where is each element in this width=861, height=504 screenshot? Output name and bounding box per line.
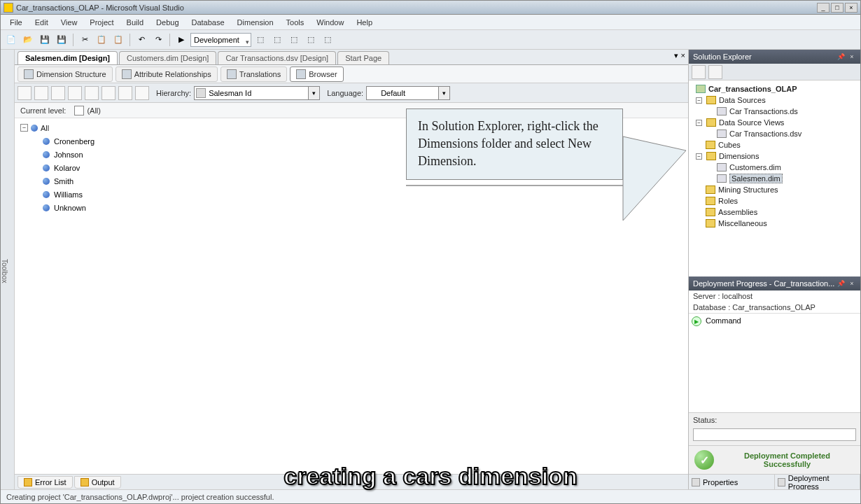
tab-car-transactions-dsv[interactable]: Car Transactions.dsv [Design] — [218, 51, 336, 64]
tab-close-icon[interactable]: × — [681, 51, 685, 60]
dtab-translations[interactable]: Translations — [220, 66, 288, 82]
folder-miscellaneous[interactable]: Miscellaneous — [718, 219, 767, 227]
collapse-icon[interactable]: − — [696, 120, 702, 126]
folder-roles[interactable]: Roles — [718, 197, 738, 205]
sort-desc-button[interactable] — [118, 86, 132, 100]
tool-button-3[interactable]: ⬚ — [286, 32, 302, 48]
writeback-button[interactable] — [68, 86, 82, 100]
menu-project[interactable]: Project — [83, 17, 120, 28]
undo-button[interactable]: ↶ — [134, 32, 149, 48]
solution-tree[interactable]: Car_transactions_OLAP −Data Sources Car … — [689, 80, 860, 276]
save-all-button[interactable]: 💾 — [54, 32, 69, 48]
reconnect-button[interactable] — [34, 86, 48, 100]
new-project-button[interactable]: 📄 — [4, 32, 19, 48]
menu-edit[interactable]: Edit — [29, 17, 55, 28]
member-icon — [43, 138, 50, 145]
dtab-attribute-relationships[interactable]: Attribute Relationships — [115, 66, 218, 82]
menu-tools[interactable]: Tools — [280, 17, 311, 28]
sort-asc-button[interactable] — [102, 86, 115, 100]
menu-help[interactable]: Help — [350, 17, 379, 28]
folder-cubes[interactable]: Cubes — [718, 141, 741, 149]
document-tabs: Salesmen.dim [Design] Customers.dim [Des… — [15, 50, 688, 65]
tab-salesmen-dim[interactable]: Salesmen.dim [Design] — [18, 51, 118, 64]
collapse-icon[interactable]: − — [696, 153, 702, 160]
start-button[interactable]: ▶ — [174, 32, 189, 48]
open-button[interactable]: 📂 — [20, 32, 36, 48]
tab-error-list[interactable]: Error List — [18, 476, 73, 489]
toolbox-rail[interactable]: Toolbox — [1, 50, 15, 489]
folder-assemblies[interactable]: Assemblies — [718, 208, 757, 216]
tab-customers-dim[interactable]: Customers.dim [Design] — [119, 51, 216, 64]
folder-data-source-views[interactable]: Data Source Views — [719, 118, 784, 127]
chevron-down-icon: ▾ — [438, 87, 449, 99]
member-item[interactable]: Williams — [43, 188, 682, 201]
member-item[interactable]: Kolarov — [43, 161, 682, 174]
minimize-button[interactable]: _ — [817, 3, 830, 13]
server-row: Server : localhost — [689, 290, 860, 302]
tool-button-2[interactable]: ⬚ — [270, 32, 285, 48]
member-icon — [43, 204, 50, 211]
properties-button[interactable] — [692, 65, 706, 79]
refresh-button[interactable] — [51, 86, 65, 100]
file-item[interactable]: Car Transactions.ds — [729, 107, 798, 115]
tab-start-page[interactable]: Start Page — [337, 51, 389, 64]
member-item[interactable]: Unknown — [43, 201, 682, 214]
tool-button-5[interactable]: ⬚ — [320, 32, 335, 48]
dtab-browser[interactable]: Browser — [290, 66, 343, 82]
menu-debug[interactable]: Debug — [150, 17, 185, 28]
tab-output[interactable]: Output — [74, 476, 121, 489]
member-item[interactable]: Smith — [43, 174, 682, 188]
tool-button-1[interactable]: ⬚ — [253, 32, 268, 48]
paste-button[interactable]: 📋 — [111, 32, 126, 48]
language-label: Language: — [327, 89, 363, 97]
designer-tabs: Dimension Structure Attribute Relationsh… — [15, 65, 688, 83]
file-item[interactable]: Car Transactions.dsv — [729, 130, 802, 138]
menu-database[interactable]: Database — [186, 17, 231, 28]
folder-data-sources[interactable]: Data Sources — [719, 96, 766, 104]
menu-file[interactable]: File — [4, 17, 29, 28]
menu-build[interactable]: Build — [120, 17, 150, 28]
tool-button-4[interactable]: ⬚ — [303, 32, 318, 48]
folder-icon — [706, 208, 715, 216]
dsv-icon — [717, 130, 727, 138]
window-title: Car_transactions_OLAP - Microsoft Visual… — [16, 4, 816, 12]
close-panel-icon[interactable]: × — [848, 52, 856, 61]
tab-properties[interactable]: Properties — [689, 475, 775, 489]
relationships-icon — [122, 69, 132, 79]
tab-list-icon[interactable]: ▾ — [674, 51, 678, 60]
collapse-icon[interactable]: − — [696, 97, 702, 104]
collapse-icon[interactable]: − — [20, 124, 28, 132]
menu-view[interactable]: View — [55, 17, 84, 28]
member-item[interactable]: Johnson — [43, 148, 682, 161]
root-node[interactable]: All — [41, 124, 49, 132]
member-item[interactable]: Cronenberg — [43, 134, 682, 148]
copy-button[interactable]: 📋 — [94, 32, 109, 48]
maximize-button[interactable]: □ — [831, 3, 844, 13]
show-all-button[interactable] — [708, 65, 722, 79]
properties-button[interactable] — [135, 86, 149, 100]
redo-button[interactable]: ↷ — [150, 32, 166, 48]
cut-button[interactable]: ✂ — [77, 32, 92, 48]
tab-deployment-progress[interactable]: Deployment Progress — [775, 475, 861, 489]
close-button[interactable]: × — [845, 3, 858, 13]
close-panel-icon[interactable]: × — [848, 279, 856, 288]
build-config-dropdown[interactable]: Development — [190, 33, 251, 47]
pin-icon[interactable]: 📌 — [836, 52, 845, 61]
save-button[interactable]: 💾 — [37, 32, 52, 48]
filter-button[interactable] — [85, 86, 99, 100]
member-tree[interactable]: − All Cronenberg Johnson Kolarov Smith W… — [15, 118, 688, 474]
process-button[interactable] — [18, 86, 31, 100]
command-row[interactable]: ▶ Command — [689, 313, 860, 412]
menu-window[interactable]: Window — [310, 17, 350, 28]
language-combo[interactable]: Default ▾ — [366, 86, 450, 100]
pin-icon[interactable]: 📌 — [836, 279, 845, 288]
file-item[interactable]: Customers.dim — [729, 163, 781, 172]
dtab-dimension-structure[interactable]: Dimension Structure — [18, 66, 113, 82]
folder-icon — [706, 186, 715, 194]
project-node[interactable]: Car_transactions_OLAP — [708, 85, 797, 93]
file-item-selected[interactable]: Salesmen.dim — [729, 174, 783, 183]
folder-dimensions[interactable]: Dimensions — [719, 152, 759, 160]
folder-mining-structures[interactable]: Mining Structures — [718, 186, 778, 194]
menu-dimension[interactable]: Dimension — [231, 17, 280, 28]
hierarchy-combo[interactable]: Salesman Id ▾ — [194, 86, 320, 100]
